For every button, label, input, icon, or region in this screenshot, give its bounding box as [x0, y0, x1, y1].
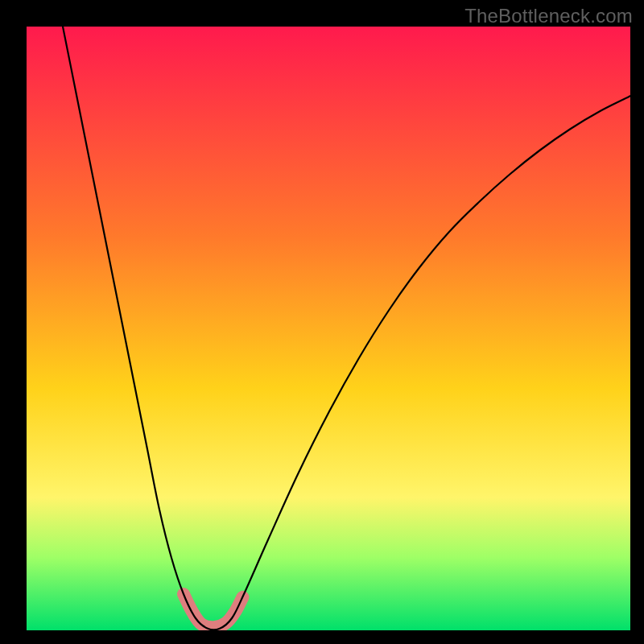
gradient-background [27, 27, 630, 630]
chart-frame: TheBottleneck.com [0, 0, 644, 644]
chart-svg [27, 27, 630, 630]
watermark-text: TheBottleneck.com [464, 5, 633, 27]
plot-area [27, 27, 630, 630]
